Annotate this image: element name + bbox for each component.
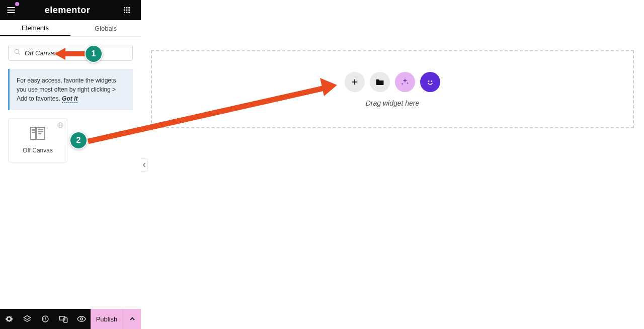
svg-point-33	[431, 80, 433, 82]
annotation-arrow-1	[54, 46, 89, 61]
svg-rect-8	[128, 10, 130, 11]
svg-rect-4	[126, 7, 128, 9]
svg-point-31	[426, 77, 435, 86]
editor-footer: Publish	[0, 309, 141, 329]
add-template-button[interactable]	[370, 72, 390, 92]
svg-point-12	[15, 49, 19, 53]
responsive-button[interactable]	[54, 309, 72, 329]
ai-button[interactable]	[395, 72, 415, 92]
sidebar-header: elementor	[0, 0, 141, 20]
search-icon	[14, 48, 21, 57]
svg-point-32	[428, 80, 430, 82]
brand-logo: elementor	[45, 5, 91, 16]
svg-rect-10	[126, 12, 128, 13]
dropzone-actions	[345, 72, 440, 92]
svg-line-36	[88, 88, 325, 141]
svg-rect-5	[128, 7, 130, 9]
svg-rect-7	[126, 10, 128, 11]
apps-menu-button[interactable]	[118, 0, 136, 20]
face-icon	[425, 77, 435, 87]
publish-button[interactable]: Publish	[91, 309, 123, 329]
svg-line-13	[19, 53, 20, 55]
layers-icon	[23, 315, 31, 323]
svg-marker-37	[320, 78, 337, 96]
svg-marker-35	[54, 48, 65, 60]
history-icon	[41, 315, 49, 323]
gear-icon	[5, 315, 13, 323]
add-section-button[interactable]	[345, 72, 365, 92]
folder-icon	[375, 78, 384, 86]
widget-off-canvas[interactable]: Off Canvas	[8, 118, 67, 162]
svg-rect-3	[124, 7, 125, 9]
chevron-left-icon	[142, 162, 146, 168]
svg-point-28	[80, 318, 83, 320]
settings-button[interactable]	[0, 309, 18, 329]
preview-button[interactable]	[72, 309, 91, 329]
annotation-badge-2: 2	[69, 131, 88, 149]
dropzone-hint: Drag widget here	[366, 99, 420, 107]
chevron-up-icon	[129, 316, 135, 322]
widget-label: Off Canvas	[23, 147, 53, 154]
sparkle-icon	[400, 77, 410, 87]
main-menu-button[interactable]	[5, 4, 17, 16]
global-indicator-icon	[57, 122, 64, 131]
panel-tabs: Elements Globals	[0, 20, 141, 37]
annotation-badge-1: 1	[85, 45, 103, 63]
annotation-arrow-2	[86, 77, 342, 145]
eye-icon	[77, 315, 86, 323]
plus-icon	[351, 78, 359, 86]
menu-icon	[6, 5, 16, 15]
svg-marker-25	[24, 315, 30, 319]
collapse-sidebar-button[interactable]	[141, 158, 148, 172]
assistant-button[interactable]	[420, 72, 440, 92]
apps-icon	[123, 6, 131, 14]
history-button[interactable]	[36, 309, 54, 329]
off-canvas-icon	[30, 127, 45, 142]
navigator-button[interactable]	[18, 309, 36, 329]
svg-rect-21	[37, 127, 45, 139]
tab-globals[interactable]: Globals	[70, 20, 141, 36]
svg-rect-9	[124, 12, 125, 13]
tab-elements[interactable]: Elements	[0, 20, 70, 36]
devices-icon	[59, 315, 68, 323]
notification-dot	[15, 2, 19, 6]
tip-dismiss-link[interactable]: Got It	[62, 95, 77, 103]
svg-rect-11	[128, 12, 130, 13]
publish-options-button[interactable]	[123, 309, 141, 329]
svg-rect-6	[124, 10, 125, 11]
